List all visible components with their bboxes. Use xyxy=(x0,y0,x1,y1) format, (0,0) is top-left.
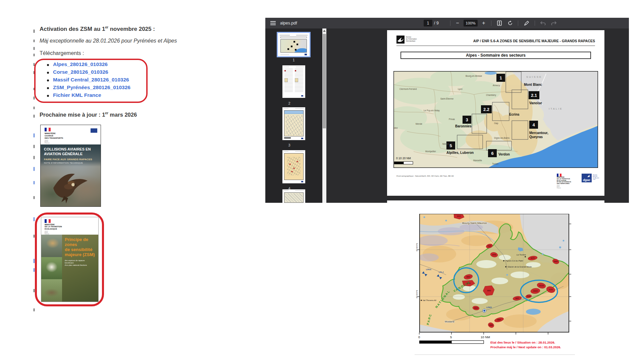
svg-text:6920: 6920 xyxy=(554,260,557,262)
vulture-bird-illustration xyxy=(47,167,95,206)
svg-text:9179: 9179 xyxy=(549,289,552,291)
cover2-title: Principe de zones de sensibilité majeure… xyxy=(62,235,98,257)
svg-text:LFKD: LFKD xyxy=(486,306,492,308)
svg-text:4: 4 xyxy=(532,122,535,127)
thumbnail-label-2: 2 xyxy=(273,101,305,105)
sidebar-scrollbar[interactable] xyxy=(322,28,326,203)
list-item: ZSM_Pyrénées_280126_010326 xyxy=(46,84,130,92)
svg-text:Bourg-en-Bresse: Bourg-en-Bresse xyxy=(466,75,482,77)
svg-text:Marseille: Marseille xyxy=(473,159,482,162)
toolbar-separator xyxy=(491,20,491,26)
next-update-heading: Prochaine mise à jour : 1er mars 2026 xyxy=(40,111,137,118)
ministry-footer-logo: MINISTÈRE DE LA TRANSITION ÉCOLOGIQUE ET… xyxy=(557,174,571,189)
svg-text:Queyras: Queyras xyxy=(529,135,543,139)
svg-text:0: 0 xyxy=(418,335,420,339)
link-corse[interactable]: Corse_280126_010326 xyxy=(53,69,108,75)
pdf-page-2-sliver xyxy=(387,200,604,203)
sectors-overview-map: 1 2.1 2.2 3 4 5 6 xyxy=(393,71,598,168)
svg-text:Ecrins: Ecrins xyxy=(509,113,520,116)
svg-text:8883: 8883 xyxy=(466,276,470,278)
svg-text:Alpilles, Luberon: Alpilles, Luberon xyxy=(446,151,474,155)
cover1-ministry-label: MINISTÈRE CHARGÉ DES TRANSPORTS xyxy=(45,132,63,139)
svg-text:9478: 9478 xyxy=(492,254,496,256)
next-update-text: Prochaine mise à jour : 1 xyxy=(40,112,105,118)
svg-text:Digne-les-Bains: Digne-les-Bains xyxy=(494,137,510,139)
thumbnail-page-2[interactable] xyxy=(282,65,305,98)
bird-photo-3 xyxy=(41,279,62,302)
cover2-motto: Liberté Égalité Fraternité xyxy=(45,231,49,235)
list-item: Corse_280126_010326 xyxy=(46,69,130,77)
svg-text:Annecy: Annecy xyxy=(493,84,500,87)
fit-to-page-icon[interactable] xyxy=(495,18,504,28)
cover2-ministry-label: MINISTÈRE DE LA TRANSITION ÉCOLOGIQUE xyxy=(45,224,62,230)
svg-text:Etat des lieux le / Situation: Etat des lieux le / Situation on : 28.01… xyxy=(490,341,555,344)
screenshot-root: Activation des ZSM au 1er novembre 2025 … xyxy=(0,0,644,362)
rotate-icon[interactable] xyxy=(505,18,515,28)
menu-hamburger-icon[interactable] xyxy=(268,18,278,28)
french-flag-icon xyxy=(45,219,51,223)
thumbnail-page-5-partial[interactable] xyxy=(282,189,305,203)
toolbar-separator xyxy=(450,20,450,26)
cover1-header: MINISTÈRE CHARGÉ DES TRANSPORTS Liberté … xyxy=(41,125,101,144)
undo-icon[interactable] xyxy=(538,18,548,28)
redo-icon[interactable] xyxy=(549,18,558,28)
link-alpes[interactable]: Alpes_280126_010326 xyxy=(53,61,108,67)
svg-text:Baronnies: Baronnies xyxy=(455,124,472,128)
link-massif-central[interactable]: Massif Central_280126_010326 xyxy=(53,77,129,82)
heliport-icon xyxy=(483,309,486,312)
svg-text:Clermont-Ferrand: Clermont-Ferrand xyxy=(399,88,417,90)
zoom-level-input[interactable]: 100% xyxy=(463,18,478,28)
cover-principe-zsm: MINISTÈRE DE LA TRANSITION ÉCOLOGIQUE Li… xyxy=(41,217,99,302)
vanoise-zsm-detail-map: 6415 7327 9478 9174 6920 8883 8464 8663 … xyxy=(415,214,575,357)
pdf-toolbar: alpes.pdf 1 / 9 − 100% + xyxy=(265,18,629,28)
svg-text:10 NM: 10 NM xyxy=(481,335,490,339)
link-kml-france[interactable]: Fichier KML France xyxy=(53,92,101,98)
svg-text:Toulon: Toulon xyxy=(492,163,499,165)
svg-text:Rodez: Rodez xyxy=(393,127,398,129)
svg-text:Privas: Privas xyxy=(449,118,455,120)
svg-text:ITALIE: ITALIE xyxy=(549,107,563,110)
svg-text:6415: 6415 xyxy=(457,215,461,217)
svg-text:Lyon: Lyon xyxy=(458,88,463,90)
page-header-title: AIP / ENR 5.6-A ZONES DE SENSIBILITE MAJ… xyxy=(473,39,595,43)
sia-logo-text: Service de l'Information Aéronautique xyxy=(406,36,417,42)
next-update-rest: mars 2026 xyxy=(108,112,137,118)
scrollbar-thumb[interactable] xyxy=(323,34,326,128)
svg-text:LFLJ: LFLJ xyxy=(439,271,443,273)
cover2-title-panel: Principe de zones de sensibilité majeure… xyxy=(62,235,98,302)
thumbnail-page-3[interactable] xyxy=(282,107,305,140)
svg-text:10129: 10129 xyxy=(539,285,544,287)
cover1-title: COLLISIONS AVIAIRES EN AVIATION GÉNÉRALE xyxy=(44,147,97,157)
svg-text:8957: 8957 xyxy=(515,297,519,299)
svg-text:45°20'0"N: 45°20'0"N xyxy=(416,290,418,298)
page-title-box: Alpes - Sommaire des secteurs xyxy=(400,52,591,59)
activation-heading-sup: er xyxy=(105,25,108,29)
svg-text:Prochaine màj le / Next update: Prochaine màj le / Next update on : 01.0… xyxy=(490,345,561,349)
sia-logo-icon xyxy=(396,36,405,44)
link-zsm-pyrenees[interactable]: ZSM_Pyrénées_280126_010326 xyxy=(53,84,130,90)
list-item: Fichier KML France xyxy=(46,92,130,100)
maj-note: Màj exceptionnelle au 28.01.2026 pour Py… xyxy=(40,38,177,44)
bird-photo-2 xyxy=(41,257,62,280)
thumbnail-page-1[interactable] xyxy=(278,33,310,56)
page-number-input[interactable]: 1 xyxy=(423,18,433,28)
activation-heading: Activation des ZSM au 1er novembre 2025 … xyxy=(40,25,155,33)
svg-text:SUISSE: SUISSE xyxy=(526,75,542,78)
svg-text:Mercantour,: Mercantour, xyxy=(529,131,548,135)
svg-text:5: 5 xyxy=(450,335,452,339)
svg-text:8680: 8680 xyxy=(489,324,493,326)
pdf-viewer-window: alpes.pdf 1 / 9 − 100% + xyxy=(265,18,629,203)
scrollbar-up-arrow[interactable] xyxy=(322,28,326,33)
annotate-pen-icon[interactable] xyxy=(522,18,532,28)
svg-text:2.2: 2.2 xyxy=(483,107,489,112)
svg-text:2.1: 2.1 xyxy=(531,93,537,98)
svg-text:Mont Blanc: Mont Blanc xyxy=(524,83,542,86)
zoom-in-button[interactable]: + xyxy=(480,18,487,28)
svg-text:8663: 8663 xyxy=(487,290,491,292)
dgac-caption: direction générale de l'Aviation civile xyxy=(593,174,599,180)
cover1-photo: COLLISIONS AVIAIRES EN AVIATION GÉNÉRALE… xyxy=(41,144,101,206)
svg-text:Nîmes: Nîmes xyxy=(442,143,449,145)
zoom-out-button[interactable]: − xyxy=(454,18,461,28)
thumbnail-page-4[interactable] xyxy=(282,150,305,183)
svg-text:5: 5 xyxy=(449,143,452,148)
